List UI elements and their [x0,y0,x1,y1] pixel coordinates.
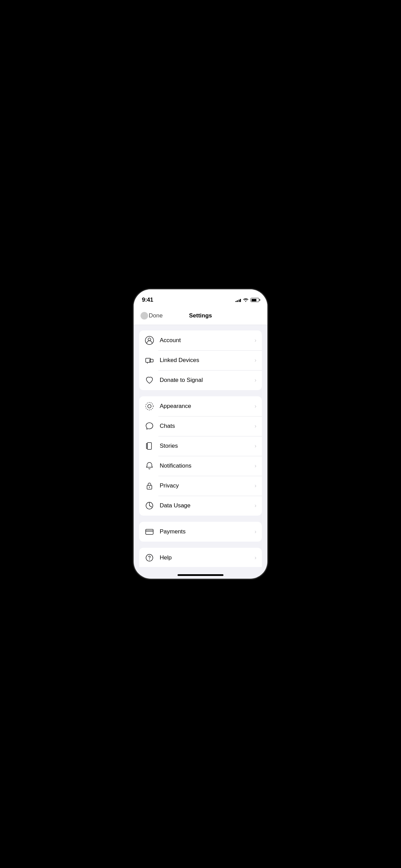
donate-item[interactable]: Donate to Signal › [139,370,262,390]
svg-rect-12 [146,529,153,534]
privacy-icon [145,481,154,491]
done-circle [141,312,148,320]
stories-icon [145,441,154,451]
privacy-label: Privacy [160,482,255,489]
data-usage-icon [145,501,154,510]
account-label: Account [160,337,255,344]
appearance-label: Appearance [160,403,255,410]
svg-rect-8 [146,443,147,449]
status-time: 9:41 [142,297,153,303]
donate-label: Donate to Signal [160,377,255,384]
donate-icon [145,375,154,385]
data-usage-item[interactable]: Data Usage › [139,496,262,516]
appearance-chevron: › [255,403,256,409]
page-title: Settings [189,312,212,319]
settings-scroll[interactable]: Account › Linked Devices › [134,325,267,567]
data-usage-label: Data Usage [160,502,255,509]
battery-icon [251,298,259,302]
payments-label: Payments [160,528,255,535]
svg-point-6 [146,402,153,410]
svg-point-15 [149,559,150,560]
donate-chevron: › [255,377,256,383]
navigation-bar: Done Settings [134,306,267,325]
settings-group-2: Appearance › Chats › [139,396,262,516]
stories-label: Stories [160,443,255,449]
chats-icon [145,421,154,431]
payments-item[interactable]: Payments › [139,522,262,542]
chats-item[interactable]: Chats › [139,416,262,436]
notifications-icon [145,461,154,471]
help-icon [145,553,154,563]
linked-devices-icon [145,355,154,365]
svg-point-0 [145,336,154,345]
svg-rect-7 [147,443,151,449]
account-icon [145,336,154,345]
settings-group-4: Help › Invite Your Friends › [139,548,262,567]
linked-devices-chevron: › [255,357,256,363]
account-chevron: › [255,337,256,343]
settings-group-3: Payments › [139,522,262,542]
notifications-label: Notifications [160,462,255,469]
done-button[interactable]: Done [141,312,163,320]
wifi-icon [243,298,248,302]
payments-chevron: › [255,529,256,535]
signal-bars-icon [235,298,241,302]
appearance-icon [145,401,154,411]
linked-devices-label: Linked Devices [160,357,255,364]
settings-group-1: Account › Linked Devices › [139,330,262,390]
privacy-item[interactable]: Privacy › [139,476,262,496]
payments-icon [145,527,154,537]
status-icons [235,298,259,302]
notifications-chevron: › [255,463,256,469]
phone-frame: 9:41 Done Settings [134,289,267,579]
appearance-item[interactable]: Appearance › [139,396,262,416]
chats-label: Chats [160,423,255,430]
done-label: Done [149,312,163,319]
data-usage-chevron: › [255,503,256,509]
chats-chevron: › [255,423,256,429]
notifications-item[interactable]: Notifications › [139,456,262,476]
linked-devices-item[interactable]: Linked Devices › [139,350,262,370]
status-bar: 9:41 [134,289,267,306]
svg-point-10 [149,487,150,488]
stories-item[interactable]: Stories › [139,436,262,456]
svg-point-5 [148,405,151,408]
account-item[interactable]: Account › [139,330,262,350]
home-indicator [178,574,223,576]
stories-chevron: › [255,443,256,449]
help-chevron: › [255,555,256,561]
privacy-chevron: › [255,483,256,489]
help-item[interactable]: Help › [139,548,262,567]
svg-point-1 [148,338,151,341]
help-label: Help [160,554,255,561]
